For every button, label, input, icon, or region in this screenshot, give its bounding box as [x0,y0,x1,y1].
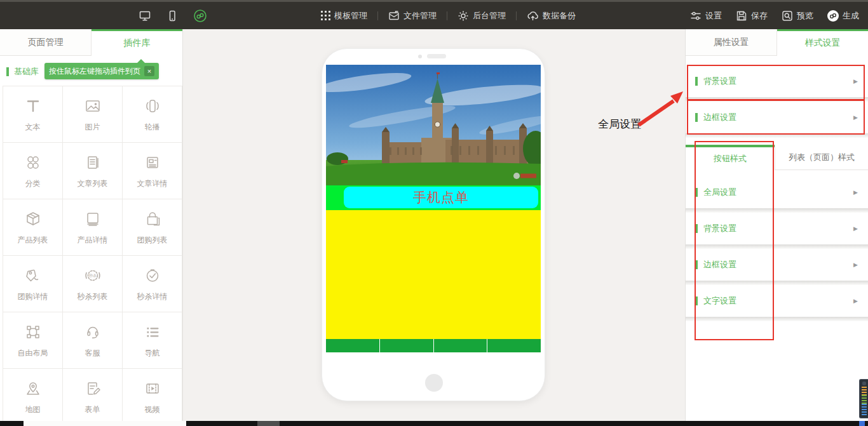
section-global-settings[interactable]: 全局设置 ▶ [686,176,868,208]
sliders-icon [690,10,702,22]
nav-item-mine[interactable]: 我的 [434,339,488,352]
link-circle-icon[interactable] [193,9,207,23]
widget-stripes-green [862,395,867,404]
preview-button[interactable]: 预览 [782,10,813,22]
phone-home-button[interactable] [425,374,443,392]
panel-tabs: 属性设置 样式设置 [686,29,868,56]
menu-label: 文件管理 [403,10,437,22]
separator [686,97,868,102]
plugin-product-detail[interactable]: 产品详情 [63,199,123,256]
plugin-groupbuy-list[interactable]: 团购列表 [123,199,182,256]
tab-style-settings[interactable]: 样式设置 [777,29,868,56]
settings-button[interactable]: 设置 [690,10,722,22]
title-section[interactable]: 手机点单 [326,185,541,210]
free-layout-icon [23,322,43,342]
article-detail-icon [142,152,163,173]
plugin-flashsale-detail[interactable]: 秒杀详情 [123,256,182,312]
separator [686,317,868,321]
bottom-nav: 首页 关于我们 我的 电话 [326,339,541,352]
content-section[interactable] [326,210,541,339]
separator [686,133,868,138]
menu-label: 模板管理 [334,10,367,22]
phone-screen: 手机点单 首页 关于我们 我的 电话 [326,65,541,352]
save-button[interactable]: 保存 [736,10,768,22]
flashsale-detail-icon [142,265,163,286]
section-text-settings[interactable]: 文字设置 ▶ [686,285,868,317]
page-title: 手机点单 [413,189,469,206]
tooltip-close-icon[interactable]: × [144,66,154,76]
groupbuy-detail-icon [23,265,43,286]
section-background-settings[interactable]: 背景设置 ▶ [686,65,868,97]
product-detail-icon [83,209,103,229]
section-border-settings[interactable]: 边框设置 ▶ [686,102,868,133]
nav-item-home[interactable]: 首页 [326,339,380,352]
divider [447,11,447,20]
chevron-right-icon: ▶ [853,225,858,232]
plugin-product-list[interactable]: 产品列表 [3,199,63,256]
drag-hint-tooltip: 按住鼠标左键拖动插件到页 × [44,63,159,79]
plugin-text[interactable]: 文本 [3,86,63,143]
desktop-icon[interactable] [139,10,151,22]
plugin-image[interactable]: 图片 [63,86,123,143]
action-label: 设置 [705,10,722,22]
title-bar[interactable]: 手机点单 [344,187,538,208]
phone-camera-dot [418,55,422,58]
phone-speaker [427,54,446,58]
plugin-form[interactable]: 表单 [63,369,123,425]
parliament-image[interactable] [326,65,541,185]
mobile-icon[interactable] [166,10,178,22]
green-marker [695,224,698,233]
settings-panel: 属性设置 样式设置 背景设置 ▶ 边框设置 ▶ 按钮样式 列表（页面）样式 全局… [685,29,868,426]
scrollbar-thumb[interactable] [24,421,186,426]
nav-item-phone[interactable]: 电话 [487,339,541,352]
divider [516,11,517,20]
top-toolbar: 模板管理 文件管理 后台管理 数据备份 设置 [0,0,868,29]
annotation-label: 全局设置 [598,117,641,131]
category-icon [23,152,43,173]
menu-template-management[interactable]: 模板管理 [321,10,367,22]
action-label: 预览 [797,10,813,22]
grid-icon [321,11,330,20]
horizontal-scrollbar [0,421,868,426]
menu-file-management[interactable]: 文件管理 [388,10,437,22]
menu-backend-management[interactable]: 后台管理 [458,10,506,22]
green-marker [695,260,698,269]
chevron-right-icon: ▶ [853,114,858,121]
sidebar-tabs: 页面管理 插件库 [0,29,182,56]
plugin-category[interactable]: 分类 [3,143,63,199]
generate-button[interactable]: 生成 [827,10,859,22]
plugin-article-list[interactable]: 文章列表 [63,143,123,199]
plugin-flashsale-list[interactable]: 秒杀 秒杀列表 [63,256,123,312]
plugin-carousel[interactable]: 轮播 [123,86,182,143]
scrollbar-segment-blue [859,421,865,426]
file-icon [388,10,400,22]
plugin-map[interactable]: 地图 [3,369,63,425]
tab-button-style[interactable]: 按钮样式 [686,145,775,170]
action-label: 生成 [843,10,859,22]
tab-page-management[interactable]: 页面管理 [0,29,92,56]
plugin-navigation[interactable]: 导航 [123,312,182,369]
plugin-groupbuy-detail[interactable]: 团购详情 [3,256,63,312]
tab-property-settings[interactable]: 属性设置 [686,29,777,56]
separator [686,208,868,213]
nav-icon [142,322,163,342]
image-icon [83,96,103,116]
widget-knob [862,382,866,385]
plugin-free-layout[interactable]: 自由布局 [3,312,63,369]
nav-item-about[interactable]: 关于我们 [380,339,434,352]
plugin-video[interactable]: 视频 [123,369,182,425]
section-button-border-settings[interactable]: 边框设置 ▶ [686,249,868,281]
plugin-customer-service[interactable]: 客服 [63,312,123,369]
save-icon [736,10,747,22]
plugin-grid: 文本 图片 轮播 分类 文章列表 文章详情 产品列表 产品详情 [3,86,182,426]
groupbuy-list-icon [142,209,163,229]
text-icon [23,96,43,116]
chevron-right-icon: ▶ [853,78,858,84]
tab-list-page-style[interactable]: 列表（页面）样式 [775,145,868,170]
plugin-article-detail[interactable]: 文章详情 [123,143,182,199]
article-list-icon [83,152,103,173]
section-button-background-settings[interactable]: 背景设置 ▶ [686,213,868,244]
menu-data-backup[interactable]: 数据备份 [527,10,576,22]
tab-plugin-library[interactable]: 插件库 [92,29,182,56]
chevron-right-icon: ▶ [853,298,858,304]
